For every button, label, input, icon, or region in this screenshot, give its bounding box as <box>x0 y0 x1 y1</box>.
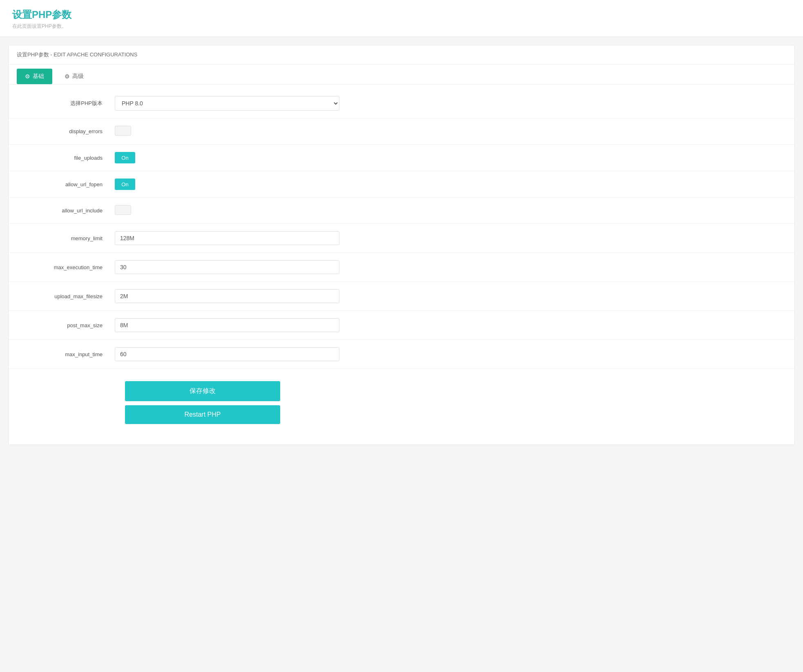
allow-url-include-control <box>115 205 339 216</box>
page-header: 设置PHP参数 在此页面设置PHP参数。 <box>0 0 803 37</box>
memory-limit-control <box>115 231 339 245</box>
post-max-size-row: post_max_size <box>9 311 794 340</box>
allow-url-fopen-label: allow_url_fopen <box>33 181 115 188</box>
max-execution-time-input[interactable] <box>115 260 339 274</box>
max-execution-time-row: max_execution_time <box>9 253 794 282</box>
max-execution-time-control <box>115 260 339 274</box>
max-input-time-label: max_input_time <box>33 351 115 357</box>
post-max-size-input[interactable] <box>115 318 339 332</box>
php-version-label: 选择PHP版本 <box>33 100 115 107</box>
max-execution-time-label: max_execution_time <box>33 264 115 270</box>
post-max-size-label: post_max_size <box>33 322 115 328</box>
breadcrumb: 设置PHP参数 - EDIT APACHE CONFIGURATIONS <box>9 45 794 65</box>
restart-php-button[interactable]: Restart PHP <box>125 405 280 424</box>
allow-url-include-toggle[interactable] <box>115 205 131 215</box>
display-errors-toggle[interactable] <box>115 126 131 136</box>
memory-limit-label: memory_limit <box>33 235 115 241</box>
php-version-row: 选择PHP版本 PHP 5.6 PHP 7.0 PHP 7.1 PHP 7.2 … <box>9 89 794 118</box>
upload-max-filesize-row: upload_max_filesize <box>9 282 794 311</box>
display-errors-label: display_errors <box>33 128 115 134</box>
allow-url-fopen-control: On <box>115 179 339 190</box>
action-section: 保存修改 Restart PHP <box>90 369 315 440</box>
upload-max-filesize-label: upload_max_filesize <box>33 293 115 299</box>
allow-url-fopen-toggle[interactable]: On <box>115 179 135 190</box>
post-max-size-control <box>115 318 339 332</box>
tab-bar: ⚙ 基础 ⚙ 高级 <box>9 65 794 85</box>
upload-max-filesize-input[interactable] <box>115 289 339 303</box>
tab-basic-label: 基础 <box>33 73 44 80</box>
upload-max-filesize-control <box>115 289 339 303</box>
gear-icon-advanced: ⚙ <box>65 73 70 80</box>
tab-basic[interactable]: ⚙ 基础 <box>17 69 52 84</box>
max-input-time-input[interactable] <box>115 347 339 361</box>
display-errors-control <box>115 126 339 137</box>
gear-icon-basic: ⚙ <box>25 73 30 80</box>
main-container: 设置PHP参数 - EDIT APACHE CONFIGURATIONS ⚙ 基… <box>8 45 795 445</box>
memory-limit-input[interactable] <box>115 231 339 245</box>
max-input-time-control <box>115 347 339 361</box>
php-version-control: PHP 5.6 PHP 7.0 PHP 7.1 PHP 7.2 PHP 7.3 … <box>115 96 339 111</box>
tab-advanced-label: 高级 <box>72 73 84 80</box>
max-input-time-row: max_input_time <box>9 340 794 369</box>
allow-url-fopen-row: allow_url_fopen On <box>9 171 794 198</box>
file-uploads-control: On <box>115 152 339 163</box>
php-version-select[interactable]: PHP 5.6 PHP 7.0 PHP 7.1 PHP 7.2 PHP 7.3 … <box>115 96 339 111</box>
file-uploads-row: file_uploads On <box>9 145 794 171</box>
file-uploads-label: file_uploads <box>33 155 115 161</box>
save-button[interactable]: 保存修改 <box>125 381 280 401</box>
memory-limit-row: memory_limit <box>9 224 794 253</box>
display-errors-row: display_errors <box>9 118 794 145</box>
page-subtitle: 在此页面设置PHP参数。 <box>12 23 791 30</box>
tab-advanced[interactable]: ⚙ 高级 <box>56 69 92 84</box>
allow-url-include-row: allow_url_include <box>9 198 794 224</box>
form-container: 选择PHP版本 PHP 5.6 PHP 7.0 PHP 7.1 PHP 7.2 … <box>9 85 794 444</box>
page-title: 设置PHP参数 <box>12 8 791 21</box>
allow-url-include-label: allow_url_include <box>33 208 115 214</box>
file-uploads-toggle[interactable]: On <box>115 152 135 163</box>
